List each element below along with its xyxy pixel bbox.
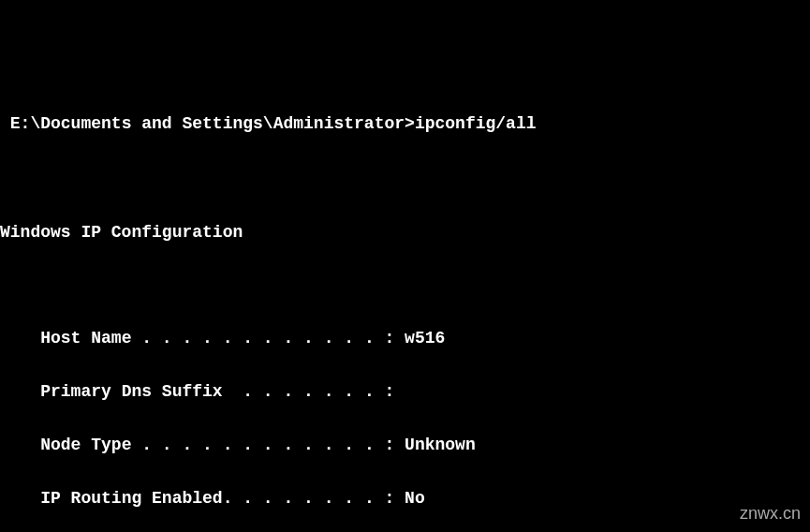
ip-routing-value: No xyxy=(405,489,425,508)
primary-dns-suffix-label: Primary Dns Suffix . . . . . . . : xyxy=(40,382,394,401)
node-type-label: Node Type . . . . . . . . . . . . : xyxy=(40,436,394,454)
ip-routing-label: IP Routing Enabled. . . . . . . . : xyxy=(40,489,394,508)
host-name-value: w516 xyxy=(405,329,445,347)
ip-routing-row: IP Routing Enabled. . . . . . . . : No xyxy=(0,485,810,511)
command-text: ipconfig/all xyxy=(415,114,537,133)
blank-line xyxy=(0,272,810,298)
watermark-text: znwx.cn xyxy=(740,500,801,526)
node-type-row: Node Type . . . . . . . . . . . . : Unkn… xyxy=(0,432,810,458)
prompt-path: E:\Documents and Settings\Administrator> xyxy=(10,114,415,133)
command-prompt-line: E:\Documents and Settings\Administrator>… xyxy=(0,111,810,137)
node-type-value: Unknown xyxy=(405,436,476,454)
ip-config-header: Windows IP Configuration xyxy=(0,219,810,245)
primary-dns-suffix-row: Primary Dns Suffix . . . . . . . : xyxy=(0,378,810,405)
host-name-label: Host Name . . . . . . . . . . . . : xyxy=(40,329,394,347)
host-name-row: Host Name . . . . . . . . . . . . : w516 xyxy=(0,325,810,351)
blank-line xyxy=(0,166,810,192)
